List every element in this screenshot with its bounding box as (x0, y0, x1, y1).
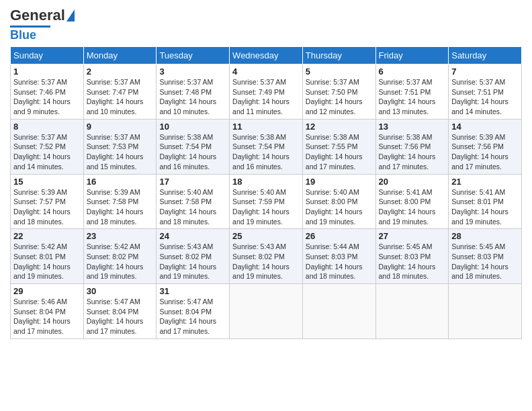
day-number: 5 (306, 66, 373, 77)
weekday-header-friday: Friday (375, 47, 449, 64)
day-number: 19 (306, 177, 373, 187)
day-number: 23 (87, 231, 154, 241)
week-row-1: 1Sunrise: 5:37 AMSunset: 7:46 PMDaylight… (11, 64, 522, 120)
calendar-cell: 18Sunrise: 5:40 AMSunset: 7:59 PMDayligh… (230, 174, 303, 229)
day-info: Sunrise: 5:40 AMSunset: 7:59 PMDaylight:… (232, 187, 300, 227)
calendar-cell: 8Sunrise: 5:37 AMSunset: 7:52 PMDaylight… (11, 119, 84, 174)
header: General Blue (10, 7, 522, 42)
day-number: 31 (159, 286, 226, 296)
calendar-cell: 12Sunrise: 5:38 AMSunset: 7:55 PMDayligh… (302, 119, 375, 174)
day-info: Sunrise: 5:45 AMSunset: 8:03 PMDaylight:… (451, 242, 519, 281)
day-number: 21 (451, 177, 519, 187)
weekday-header-sunday: Sunday (11, 47, 84, 64)
day-number: 26 (306, 231, 373, 241)
day-info: Sunrise: 5:39 AMSunset: 7:58 PMDaylight:… (87, 187, 154, 227)
week-row-2: 8Sunrise: 5:37 AMSunset: 7:52 PMDaylight… (11, 119, 522, 174)
day-info: Sunrise: 5:39 AMSunset: 7:57 PMDaylight:… (13, 187, 81, 227)
calendar-cell: 13Sunrise: 5:38 AMSunset: 7:56 PMDayligh… (375, 119, 449, 174)
calendar-table: SundayMondayTuesdayWednesdayThursdayFrid… (10, 46, 522, 339)
day-info: Sunrise: 5:37 AMSunset: 7:53 PMDaylight:… (87, 132, 154, 172)
day-number: 28 (451, 231, 519, 241)
day-number: 20 (379, 177, 446, 187)
calendar-cell: 26Sunrise: 5:44 AMSunset: 8:03 PMDayligh… (302, 229, 375, 284)
day-number: 16 (87, 177, 154, 187)
day-number: 24 (159, 231, 226, 241)
week-row-5: 29Sunrise: 5:46 AMSunset: 8:04 PMDayligh… (11, 284, 522, 339)
calendar-cell: 6Sunrise: 5:37 AMSunset: 7:51 PMDaylight… (375, 64, 449, 120)
day-info: Sunrise: 5:37 AMSunset: 7:52 PMDaylight:… (13, 132, 81, 172)
day-info: Sunrise: 5:42 AMSunset: 8:02 PMDaylight:… (87, 242, 154, 281)
day-number: 15 (13, 177, 81, 187)
day-info: Sunrise: 5:38 AMSunset: 7:54 PMDaylight:… (159, 132, 226, 172)
calendar-cell: 31Sunrise: 5:47 AMSunset: 8:04 PMDayligh… (157, 284, 230, 339)
calendar-cell: 17Sunrise: 5:40 AMSunset: 7:58 PMDayligh… (157, 174, 230, 229)
day-number: 18 (232, 177, 300, 187)
day-info: Sunrise: 5:40 AMSunset: 7:58 PMDaylight:… (159, 187, 226, 227)
day-number: 14 (451, 122, 519, 132)
day-number: 13 (379, 122, 446, 132)
day-info: Sunrise: 5:42 AMSunset: 8:01 PMDaylight:… (13, 242, 81, 281)
calendar-cell: 25Sunrise: 5:43 AMSunset: 8:02 PMDayligh… (230, 229, 303, 284)
day-number: 1 (13, 66, 81, 77)
calendar-cell: 21Sunrise: 5:41 AMSunset: 8:01 PMDayligh… (449, 174, 522, 229)
calendar-cell (375, 284, 449, 339)
day-number: 4 (232, 66, 300, 77)
calendar-cell: 3Sunrise: 5:37 AMSunset: 7:48 PMDaylight… (157, 64, 230, 120)
logo-text-blue: Blue (10, 28, 36, 42)
logo: General Blue (10, 7, 75, 42)
calendar-cell: 19Sunrise: 5:40 AMSunset: 8:00 PMDayligh… (302, 174, 375, 229)
weekday-header-tuesday: Tuesday (157, 47, 230, 64)
day-info: Sunrise: 5:47 AMSunset: 8:04 PMDaylight:… (87, 297, 154, 336)
calendar-cell (230, 284, 303, 339)
calendar-cell: 30Sunrise: 5:47 AMSunset: 8:04 PMDayligh… (83, 284, 157, 339)
day-number: 8 (13, 122, 81, 132)
calendar-header-row: SundayMondayTuesdayWednesdayThursdayFrid… (11, 47, 522, 64)
day-info: Sunrise: 5:38 AMSunset: 7:56 PMDaylight:… (379, 132, 446, 172)
day-info: Sunrise: 5:38 AMSunset: 7:55 PMDaylight:… (306, 132, 373, 172)
day-info: Sunrise: 5:38 AMSunset: 7:54 PMDaylight:… (232, 132, 300, 172)
day-info: Sunrise: 5:41 AMSunset: 8:00 PMDaylight:… (379, 187, 446, 227)
logo-line (10, 26, 50, 28)
calendar-cell: 27Sunrise: 5:45 AMSunset: 8:03 PMDayligh… (375, 229, 449, 284)
day-info: Sunrise: 5:44 AMSunset: 8:03 PMDaylight:… (306, 242, 373, 281)
weekday-header-thursday: Thursday (302, 47, 375, 64)
calendar-cell: 4Sunrise: 5:37 AMSunset: 7:49 PMDaylight… (230, 64, 303, 120)
day-info: Sunrise: 5:37 AMSunset: 7:51 PMDaylight:… (451, 77, 519, 117)
week-row-3: 15Sunrise: 5:39 AMSunset: 7:57 PMDayligh… (11, 174, 522, 229)
day-info: Sunrise: 5:43 AMSunset: 8:02 PMDaylight:… (232, 242, 300, 281)
calendar-cell: 10Sunrise: 5:38 AMSunset: 7:54 PMDayligh… (157, 119, 230, 174)
calendar-cell (449, 284, 522, 339)
calendar-cell: 9Sunrise: 5:37 AMSunset: 7:53 PMDaylight… (83, 119, 157, 174)
day-info: Sunrise: 5:37 AMSunset: 7:51 PMDaylight:… (379, 77, 446, 117)
day-info: Sunrise: 5:37 AMSunset: 7:49 PMDaylight:… (232, 77, 300, 117)
calendar-cell: 22Sunrise: 5:42 AMSunset: 8:01 PMDayligh… (11, 229, 84, 284)
calendar-cell: 2Sunrise: 5:37 AMSunset: 7:47 PMDaylight… (83, 64, 157, 120)
calendar-cell: 28Sunrise: 5:45 AMSunset: 8:03 PMDayligh… (449, 229, 522, 284)
day-info: Sunrise: 5:37 AMSunset: 7:48 PMDaylight:… (159, 77, 226, 117)
logo-text-general: General (10, 7, 65, 24)
day-number: 30 (87, 286, 154, 296)
calendar-cell: 20Sunrise: 5:41 AMSunset: 8:00 PMDayligh… (375, 174, 449, 229)
calendar-cell: 11Sunrise: 5:38 AMSunset: 7:54 PMDayligh… (230, 119, 303, 174)
day-number: 6 (379, 66, 446, 77)
calendar-cell: 24Sunrise: 5:43 AMSunset: 8:02 PMDayligh… (157, 229, 230, 284)
day-info: Sunrise: 5:43 AMSunset: 8:02 PMDaylight:… (159, 242, 226, 281)
weekday-header-monday: Monday (83, 47, 157, 64)
logo-triangle-icon (66, 9, 75, 21)
day-number: 17 (159, 177, 226, 187)
calendar-cell: 16Sunrise: 5:39 AMSunset: 7:58 PMDayligh… (83, 174, 157, 229)
day-info: Sunrise: 5:46 AMSunset: 8:04 PMDaylight:… (13, 297, 81, 336)
day-info: Sunrise: 5:39 AMSunset: 7:56 PMDaylight:… (451, 132, 519, 172)
day-info: Sunrise: 5:37 AMSunset: 7:50 PMDaylight:… (306, 77, 373, 117)
week-row-4: 22Sunrise: 5:42 AMSunset: 8:01 PMDayligh… (11, 229, 522, 284)
page-container: General Blue SundayMondayTuesdayWednesda… (0, 0, 532, 346)
calendar-cell: 15Sunrise: 5:39 AMSunset: 7:57 PMDayligh… (11, 174, 84, 229)
day-number: 29 (13, 286, 81, 296)
calendar-cell: 7Sunrise: 5:37 AMSunset: 7:51 PMDaylight… (449, 64, 522, 120)
calendar-cell (302, 284, 375, 339)
day-info: Sunrise: 5:41 AMSunset: 8:01 PMDaylight:… (451, 187, 519, 227)
day-info: Sunrise: 5:37 AMSunset: 7:47 PMDaylight:… (87, 77, 154, 117)
day-info: Sunrise: 5:40 AMSunset: 8:00 PMDaylight:… (306, 187, 373, 227)
day-number: 3 (159, 66, 226, 77)
calendar-cell: 23Sunrise: 5:42 AMSunset: 8:02 PMDayligh… (83, 229, 157, 284)
